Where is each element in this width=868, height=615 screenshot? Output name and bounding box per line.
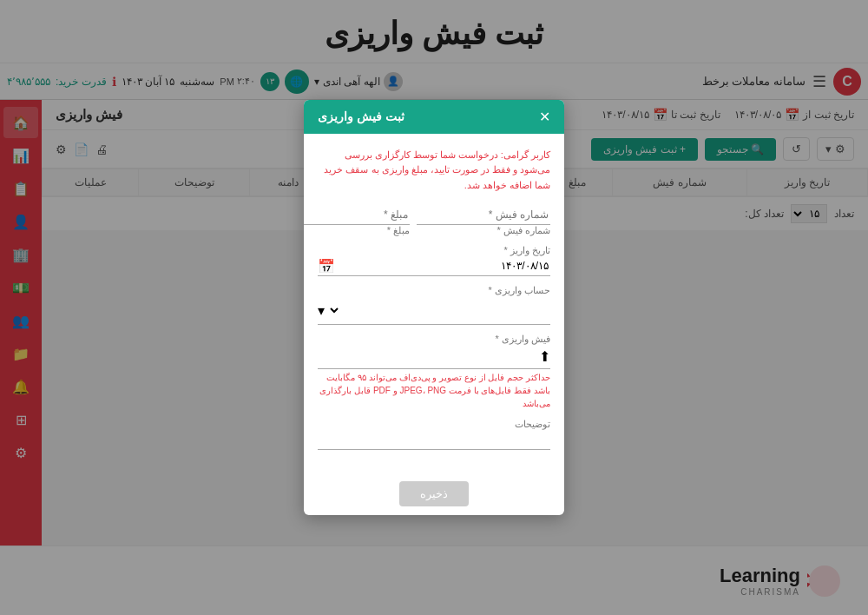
date-field: تاریخ واریز * 📅 [318,245,550,276]
date-calendar-icon[interactable]: 📅 [318,258,335,274]
account-select[interactable] [328,300,550,321]
close-icon: ✕ [539,109,550,124]
modal-title: ثبت فیش واریزی [318,109,404,123]
upload-field: فیش واریزی * ⬆ حداکثر حجم فایل از نوع تص… [318,334,550,410]
modal-header: ✕ ثبت فیش واریزی [304,100,564,134]
account-field: حساب واریزی * ▾ [318,285,550,325]
modal-alert: کاربر گرامی: درخواست شما توسط کارگزاری ب… [318,148,550,194]
modal-footer: ذخیره [304,473,564,515]
description-label: توضیحات [318,419,550,430]
select-wrap: ▾ [318,296,550,325]
save-btn[interactable]: ذخیره [399,481,469,506]
modal: ✕ ثبت فیش واریزی کاربر گرامی: درخواست شم… [304,100,564,516]
date-input-wrap: 📅 [318,256,550,276]
amount-label: مبلغ * [304,225,410,236]
account-label: حساب واریزی * [318,285,550,296]
description-field: توضیحات [318,419,550,450]
date-input[interactable] [339,256,550,275]
receipt-field: شماره فیش * [417,205,550,236]
upload-icon[interactable]: ⬆ [539,348,550,365]
dropdown-icon: ▾ [318,302,325,319]
amount-field: مبلغ * [304,205,410,236]
form-row-amount-receipt: شماره فیش * مبلغ * [318,205,550,236]
modal-overlay: ✕ ثبت فیش واریزی کاربر گرامی: درخواست شم… [0,0,868,615]
amount-input[interactable] [304,205,410,225]
modal-body: کاربر گرامی: درخواست شما توسط کارگزاری ب… [304,134,564,473]
upload-wrap[interactable]: ⬆ [318,345,550,369]
receipt-input[interactable] [417,205,550,225]
description-input[interactable] [318,430,550,450]
modal-close-btn[interactable]: ✕ [539,109,550,125]
receipt-label: شماره فیش * [417,225,550,236]
upload-label: فیش واریزی * [318,334,550,345]
upload-hint: حداکثر حجم فایل از نوع تصویر و پی‌دی‌اف … [318,371,550,410]
date-label: تاریخ واریز * [318,245,550,256]
